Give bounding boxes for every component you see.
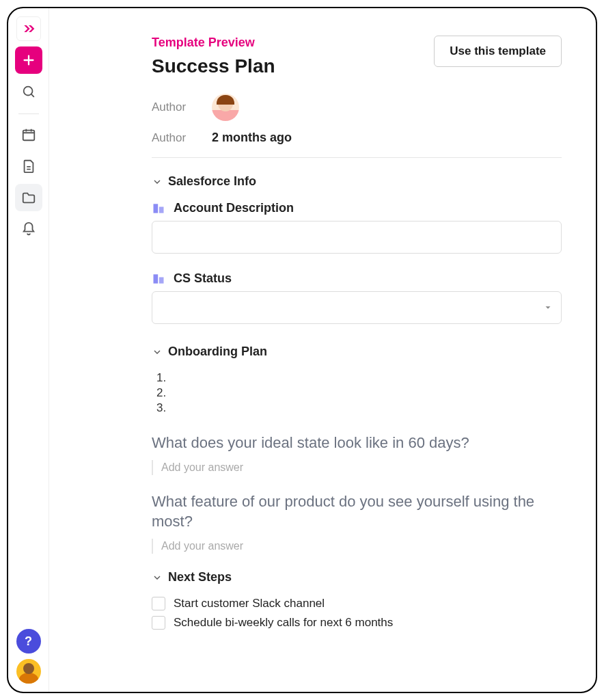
author-row: Author xyxy=(152,94,562,121)
folder-button[interactable] xyxy=(15,184,42,211)
question-text: What feature of our product do you see y… xyxy=(152,492,562,532)
section-toggle-next-steps[interactable]: Next Steps xyxy=(152,570,562,584)
sidebar-divider xyxy=(18,113,39,114)
svg-rect-1 xyxy=(23,131,34,141)
svg-rect-5 xyxy=(159,277,164,283)
section-title: Salesforce Info xyxy=(168,174,256,189)
breadcrumb: Template Preview xyxy=(152,36,275,50)
chevron-down-icon xyxy=(152,176,163,187)
svg-rect-4 xyxy=(154,274,159,283)
cs-status-select[interactable] xyxy=(152,291,562,324)
checkbox[interactable] xyxy=(152,597,165,610)
field-label: Account Description xyxy=(174,201,294,215)
page-title: Success Plan xyxy=(152,55,275,77)
search-icon xyxy=(21,84,36,99)
caret-down-icon xyxy=(543,303,553,312)
search-button[interactable] xyxy=(15,78,42,105)
author-label: Author xyxy=(152,100,193,114)
checklist-label: Schedule bi-weekly calls for next 6 mont… xyxy=(174,616,393,630)
chevron-down-icon xyxy=(152,347,163,358)
divider xyxy=(152,157,562,158)
field-label: CS Status xyxy=(174,271,232,286)
sidebar: ? xyxy=(8,8,49,692)
checklist-item: Schedule bi-weekly calls for next 6 mont… xyxy=(152,616,562,630)
question-text: What does your ideal state look like in … xyxy=(152,433,562,453)
checklist-item: Start customer Slack channel xyxy=(152,597,562,610)
svg-rect-3 xyxy=(159,206,164,213)
document-button[interactable] xyxy=(15,152,42,180)
building-icon xyxy=(152,272,165,286)
app-logo[interactable] xyxy=(16,16,41,41)
document-icon xyxy=(21,159,36,174)
calendar-icon xyxy=(21,127,36,142)
main-content: Template Preview Success Plan Use this t… xyxy=(49,8,596,692)
checklist-label: Start customer Slack channel xyxy=(174,597,325,610)
section-toggle-onboarding[interactable]: Onboarding Plan xyxy=(152,345,562,359)
author-avatar[interactable] xyxy=(212,94,239,121)
section-title: Onboarding Plan xyxy=(168,345,267,359)
answer-input[interactable]: Add your answer xyxy=(152,539,562,554)
chevron-down-icon xyxy=(152,572,163,583)
app-window: ? Template Preview Success Plan Use this… xyxy=(7,7,597,693)
folder-icon xyxy=(21,190,36,205)
updated-value: 2 months ago xyxy=(212,131,292,145)
updated-row: Author 2 months ago xyxy=(152,131,562,145)
building-icon xyxy=(152,202,165,215)
list-item[interactable] xyxy=(169,401,562,416)
account-description-input[interactable] xyxy=(152,221,562,254)
answer-input[interactable]: Add your answer xyxy=(152,460,562,475)
list-item[interactable] xyxy=(169,386,562,401)
help-button[interactable]: ? xyxy=(16,629,41,654)
help-icon: ? xyxy=(25,634,32,649)
checkbox[interactable] xyxy=(152,616,165,630)
list-item[interactable] xyxy=(169,371,562,386)
svg-rect-2 xyxy=(154,204,159,213)
notifications-button[interactable] xyxy=(15,215,42,243)
section-toggle-salesforce[interactable]: Salesforce Info xyxy=(152,174,562,189)
section-title: Next Steps xyxy=(168,570,232,584)
bell-icon xyxy=(21,221,36,237)
logo-icon xyxy=(22,22,36,36)
use-template-button[interactable]: Use this template xyxy=(434,36,562,67)
add-button[interactable] xyxy=(15,46,42,74)
onboarding-steps-list[interactable] xyxy=(152,371,562,416)
user-avatar[interactable] xyxy=(16,659,41,684)
calendar-button[interactable] xyxy=(15,121,42,148)
updated-label: Author xyxy=(152,131,193,145)
plus-icon xyxy=(21,53,36,68)
